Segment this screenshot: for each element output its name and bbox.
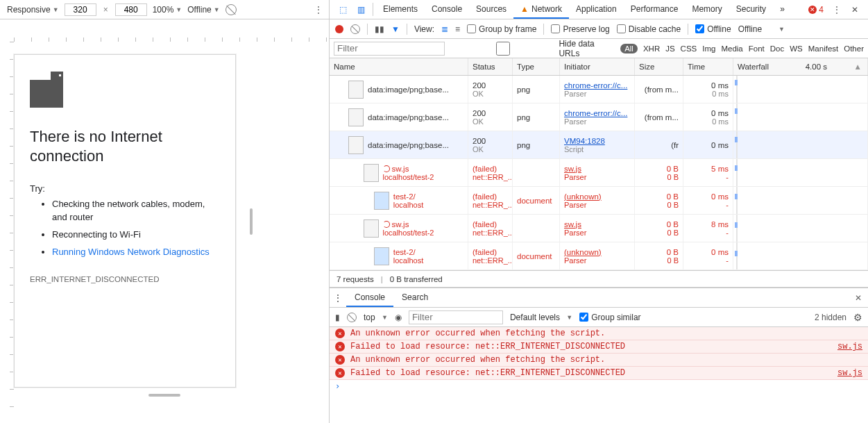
viewport-height-input[interactable] [115, 3, 147, 16]
tab-elements[interactable]: Elements [376, 0, 425, 19]
chip-media[interactable]: Media [721, 44, 742, 53]
gear-icon[interactable]: ⚙ [853, 312, 862, 323]
resize-handle-right[interactable] [250, 208, 253, 235]
chip-css[interactable]: CSS [681, 44, 697, 53]
network-row[interactable]: test-2/localhost (failed)net::ERR_... do… [330, 242, 868, 270]
drawer-tab-search[interactable]: Search [393, 288, 436, 307]
inspect-element-icon[interactable]: ⬚ [334, 0, 352, 19]
clear-console-icon[interactable] [347, 313, 357, 322]
clear-icon[interactable] [350, 24, 360, 34]
col-waterfall[interactable]: Waterfall4.00 s▲ [733, 58, 868, 75]
throttling-selector[interactable]: Offline [738, 24, 762, 34]
device-selector[interactable]: Responsive ▼ [7, 5, 59, 15]
network-table-header[interactable]: Name Status Type Initiator Size Time Wat… [330, 58, 868, 76]
initiator-link[interactable]: sw.js [564, 165, 630, 173]
camera-icon[interactable]: ▮▮ [375, 24, 384, 34]
network-row[interactable]: data:image/png;base... 200OK png chrome-… [330, 76, 868, 103]
chip-other[interactable]: Other [844, 44, 864, 53]
hidden-count[interactable]: 2 hidden [815, 313, 846, 322]
network-row[interactable]: data:image/png;base... 200OK png VM94:18… [330, 131, 868, 159]
close-drawer-icon[interactable]: ✕ [849, 288, 868, 307]
preserve-log-checkbox[interactable]: Preserve log [551, 24, 609, 34]
error-icon: ✕ [335, 355, 345, 365]
kebab-icon[interactable]: ⋮ [314, 5, 322, 15]
context-selector[interactable]: top ▼ [364, 313, 388, 322]
chip-xhr[interactable]: XHR [643, 44, 660, 53]
console-error-message[interactable]: ✕Failed to load resource: net::ERR_INTER… [330, 367, 868, 380]
waterfall-cell [733, 187, 868, 214]
tab-more[interactable]: » [773, 0, 792, 19]
col-status[interactable]: Status [468, 58, 513, 75]
network-row[interactable]: sw.jslocalhost/test-2 (failed)net::ERR_.… [330, 215, 868, 242]
network-row[interactable]: sw.jslocalhost/test-2 (failed)net::ERR_.… [330, 159, 868, 187]
initiator-link[interactable]: (unknown) [564, 248, 630, 256]
toggle-device-icon[interactable]: ▥ [352, 0, 370, 19]
tab-application[interactable]: Application [569, 0, 624, 19]
network-filter-input[interactable] [334, 42, 445, 56]
hide-data-urls-checkbox[interactable]: Hide data URLs [450, 39, 615, 58]
chip-img[interactable]: Img [702, 44, 715, 53]
close-devtools-icon[interactable]: ✕ [846, 0, 864, 19]
initiator-link[interactable]: chrome-error://c... [564, 81, 630, 90]
chip-manifest[interactable]: Manifest [808, 44, 838, 53]
drawer-tab-console[interactable]: Console [346, 288, 393, 307]
col-size[interactable]: Size [635, 58, 683, 75]
tab-console[interactable]: Console [425, 0, 469, 19]
error-icon: ✕ [335, 368, 345, 378]
message-source-link[interactable]: sw.js [837, 368, 862, 378]
diagnostics-link[interactable]: Running Windows Network Diagnostics [52, 247, 210, 257]
caret-down-icon[interactable]: ▼ [778, 26, 785, 33]
initiator-link[interactable]: sw.js [564, 220, 630, 229]
network-row[interactable]: test-2/localhost (failed)net::ERR_... do… [330, 187, 868, 215]
kebab-icon[interactable]: ⋮ [330, 288, 346, 307]
viewport-width-input[interactable] [65, 3, 96, 16]
tab-security[interactable]: Security [729, 0, 773, 19]
chip-ws[interactable]: WS [790, 44, 803, 53]
initiator-link[interactable]: VM94:1828 [564, 137, 630, 145]
large-rows-icon[interactable]: ≣ [441, 24, 448, 34]
message-source-link[interactable]: sw.js [837, 342, 862, 351]
console-error-message[interactable]: ✕An unknown error occurred when fetching… [330, 354, 868, 367]
console-error-message[interactable]: ✕Failed to load resource: net::ERR_INTER… [330, 340, 868, 354]
zoom-selector[interactable]: 100% ▼ [153, 5, 182, 15]
col-name[interactable]: Name [330, 58, 468, 75]
console-filter-input[interactable] [409, 310, 503, 324]
overview-icon[interactable]: ≡ [455, 24, 460, 34]
network-row[interactable]: data:image/png;base... 200OK png chrome-… [330, 103, 868, 131]
record-icon[interactable] [335, 25, 343, 33]
sidebar-toggle-icon[interactable]: ▮ [335, 313, 340, 322]
waterfall-cell [733, 76, 868, 103]
group-by-frame-checkbox[interactable]: Group by frame [467, 24, 536, 34]
kebab-icon[interactable]: ⋮ [828, 0, 846, 19]
offline-checkbox[interactable]: Offline [695, 24, 731, 34]
col-time[interactable]: Time [683, 58, 733, 75]
suggestion-list: Checking the network cables, modem, and … [30, 198, 220, 258]
ruler-horizontal [14, 38, 329, 42]
initiator-link[interactable]: chrome-error://c... [564, 109, 630, 117]
eye-icon[interactable]: ◉ [395, 313, 402, 322]
group-similar-checkbox[interactable]: Group similar [579, 313, 640, 322]
log-levels-selector[interactable]: Default levels ▼ [510, 313, 572, 322]
waterfall-cell [733, 103, 868, 131]
throttle-selector[interactable]: Offline ▼ [187, 5, 219, 15]
devtools-tabstrip: ⬚ ▥ Elements Console Sources ▲Network Ap… [330, 0, 868, 19]
chip-all[interactable]: All [620, 44, 638, 53]
console-prompt[interactable]: › [330, 380, 868, 392]
console-error-message[interactable]: ✕An unknown error occurred when fetching… [330, 327, 868, 340]
initiator-link[interactable]: (unknown) [564, 192, 630, 201]
tab-network[interactable]: ▲Network [513, 0, 569, 19]
emulated-page[interactable]: There is no Internet connection Try: Che… [14, 54, 236, 388]
col-initiator[interactable]: Initiator [560, 58, 635, 75]
tab-sources[interactable]: Sources [469, 0, 513, 19]
chip-doc[interactable]: Doc [770, 44, 784, 53]
tab-memory[interactable]: Memory [685, 0, 729, 19]
error-count-badge[interactable]: ✕4 [804, 0, 828, 19]
col-type[interactable]: Type [513, 58, 560, 75]
suggestion-item: Reconnecting to Wi-Fi [52, 229, 220, 242]
filter-icon[interactable]: ▼ [391, 24, 400, 34]
tab-performance[interactable]: Performance [624, 0, 686, 19]
disable-cache-checkbox[interactable]: Disable cache [617, 24, 681, 34]
chip-font[interactable]: Font [749, 44, 765, 53]
chip-js[interactable]: JS [665, 44, 674, 53]
resize-handle-bottom[interactable] [148, 394, 180, 397]
